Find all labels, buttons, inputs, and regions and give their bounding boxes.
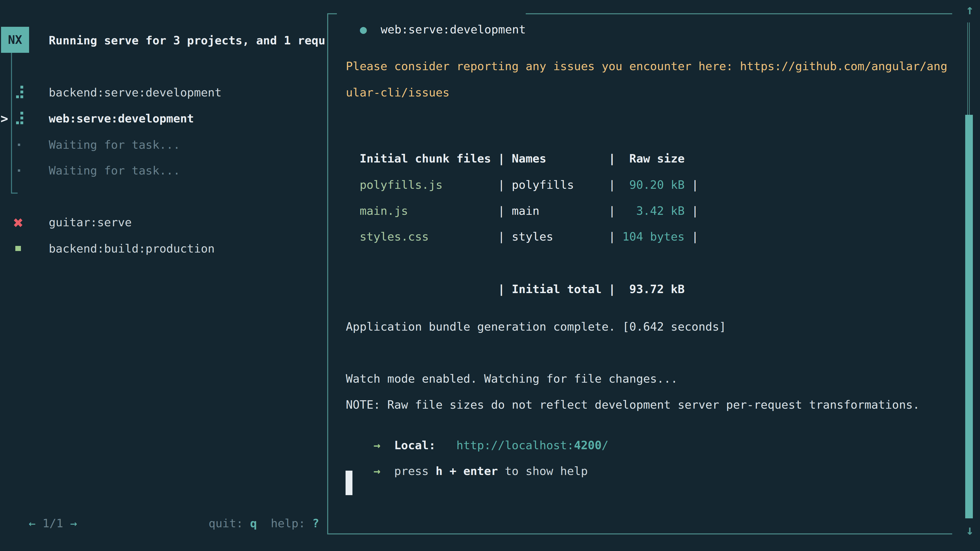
initial-total-label: Initial total xyxy=(512,283,608,296)
table-total-row: | Initial total | 93.72 kB xyxy=(346,268,685,282)
chunk-name: styles xyxy=(512,230,608,243)
task-bullet-icon: ● xyxy=(360,23,380,36)
help-key: ? xyxy=(312,516,319,530)
chunk-size: 104 bytes xyxy=(622,230,685,243)
nx-logo-badge: NX xyxy=(1,27,29,53)
panel-border-bottom xyxy=(327,534,952,534)
panel-title-row: ● web:serve:development xyxy=(346,8,526,22)
spinner-icon xyxy=(16,112,24,124)
page-indicator xyxy=(35,516,42,530)
table-row: styles.css | styles | 104 bytes | xyxy=(346,215,698,230)
task-tree-line-foot xyxy=(11,192,18,194)
issue-report-notice-line2[interactable]: ular-cli/issues xyxy=(346,86,449,100)
page-title: Running serve for 3 projects, and 1 requ xyxy=(49,33,326,48)
panel-border-top xyxy=(526,13,952,14)
waiting-dot-icon xyxy=(18,144,20,146)
raw-size-note: NOTE: Raw file sizes do not reflect deve… xyxy=(346,398,920,412)
panel-title: web:serve:development xyxy=(380,23,526,36)
local-url-row: → Local: http://localhost:4200/ xyxy=(360,424,608,438)
sidebar-item-guitar-serve[interactable]: guitar:serve xyxy=(49,215,132,230)
waiting-dot-icon xyxy=(18,169,20,171)
chunk-file-name: styles.css xyxy=(360,230,498,243)
sidebar-item-waiting-2: Waiting for task... xyxy=(49,164,180,178)
page-next-arrow-icon[interactable]: → xyxy=(70,516,77,530)
page-count: 1/1 xyxy=(42,516,63,530)
press-hint-prefix: press xyxy=(394,464,436,478)
help-hint-row: → press h + enter to show help xyxy=(360,450,588,464)
table-header: Initial chunk files | Names | Raw size xyxy=(346,137,685,151)
sidebar-item-web-serve[interactable]: web:serve:development xyxy=(49,111,194,126)
watch-mode-message: Watch mode enabled. Watching for file ch… xyxy=(346,372,678,386)
table-row: polyfills.js | polyfills | 90.20 kB | xyxy=(346,164,698,178)
spinner-icon xyxy=(16,86,24,98)
press-hint-keys: h + enter xyxy=(436,464,498,478)
arrow-right-icon: → xyxy=(373,464,380,478)
quit-key: q xyxy=(250,516,257,530)
failed-x-icon xyxy=(13,218,23,227)
bundle-complete-message: Application bundle generation complete. … xyxy=(346,320,726,334)
table-row: main.js | main | 3.42 kB | xyxy=(346,189,698,204)
task-tree-line xyxy=(11,53,12,192)
panel-border-top-stub xyxy=(327,13,337,14)
press-hint-suffix: to show help xyxy=(498,464,588,478)
keyboard-hints: quit: q help: ? xyxy=(195,502,319,516)
scroll-down-arrow-icon[interactable]: ↓ xyxy=(962,522,977,538)
quit-hint-label: quit: xyxy=(208,516,250,530)
scrollbar-track[interactable] xyxy=(967,22,970,115)
pagination: ← 1/1 → xyxy=(15,502,77,516)
issue-report-notice-line1: Please consider reporting any issues you… xyxy=(346,59,947,73)
sidebar-item-waiting-1: Waiting for task... xyxy=(49,138,180,152)
sidebar-item-backend-serve[interactable]: backend:serve:development xyxy=(49,86,221,100)
sidebar-item-backend-build[interactable]: backend:build:production xyxy=(49,241,215,256)
initial-total-size: 93.72 kB xyxy=(622,283,685,296)
success-square-icon xyxy=(15,246,21,251)
page-prev-arrow-icon[interactable]: ← xyxy=(29,516,35,530)
scroll-up-arrow-icon[interactable]: ↑ xyxy=(962,2,977,17)
help-hint-label: help: xyxy=(257,516,312,530)
panel-border-left xyxy=(327,13,328,534)
selected-task-pointer-icon: > xyxy=(0,111,8,126)
scrollbar-thumb[interactable] xyxy=(965,115,973,518)
terminal-cursor xyxy=(345,471,352,495)
